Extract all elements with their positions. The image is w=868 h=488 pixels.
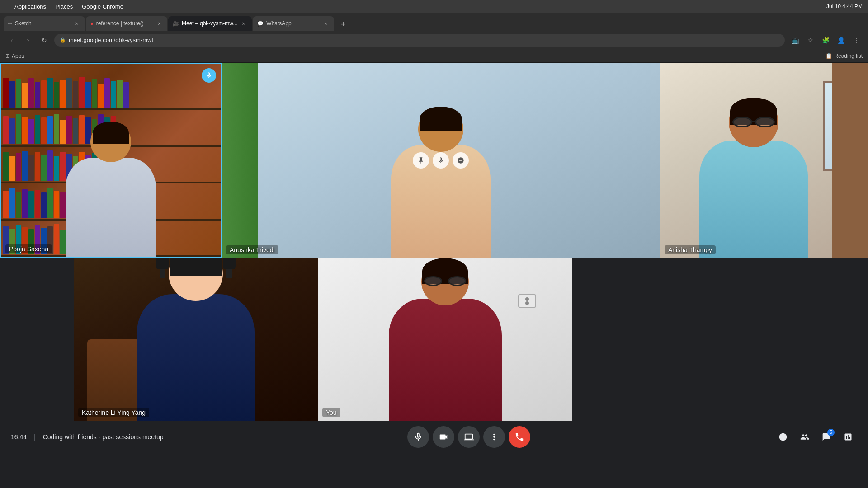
video-bg-anushka (222, 63, 660, 258)
present-button[interactable] (458, 426, 480, 448)
tab-whatsapp-title: WhatsApp (266, 20, 320, 27)
video-cell-you: You (318, 258, 572, 421)
tab-whatsapp-close[interactable]: ✕ (322, 20, 330, 27)
pooja-body (66, 158, 156, 257)
video-cell-pooja: Pooja Saxena (0, 63, 222, 258)
participant-label-anisha: Anisha Thampy (665, 245, 716, 254)
tab-meet[interactable]: 🎥 Meet – qbk-vysm-mw... ✕ (168, 16, 252, 31)
anushka-head (418, 107, 463, 152)
video-grid-bottom: Katherine Li Ying Yang (0, 258, 868, 421)
activities-button[interactable] (839, 428, 857, 446)
reload-button[interactable]: ↻ (38, 34, 51, 47)
address-bar[interactable]: 🔒 meet.google.com/qbk-vysm-mwt (54, 34, 785, 47)
forward-button[interactable]: › (22, 34, 34, 47)
katherine-headphone-left (156, 258, 169, 269)
tab-reference-title: reference | texture() (96, 20, 153, 27)
reference-favicon: ● (90, 21, 94, 26)
bottom-bar-info: 16:44 | Coding with friends - past sessi… (11, 433, 164, 441)
meet-container: Pooja Saxena (0, 63, 868, 452)
tab-sketch-close[interactable]: ✕ (73, 20, 80, 27)
mic-button-anushka[interactable] (433, 152, 449, 169)
mac-menu-right: Jul 10 4:44 PM (826, 3, 863, 9)
speaking-indicator-pooja (202, 68, 216, 83)
menu-chrome[interactable]: Google Chrome (82, 3, 123, 10)
bookmark-star-icon[interactable]: ☆ (804, 34, 816, 47)
microphone-button[interactable] (407, 426, 429, 448)
tab-sketch-title: Sketch (15, 20, 71, 27)
tab-reference[interactable]: ● reference | texture() ✕ (86, 16, 167, 31)
green-object (222, 63, 258, 258)
glasses-bridge (752, 121, 755, 122)
reading-list-label: Reading list (834, 53, 863, 59)
reading-list-button[interactable]: 📋 Reading list (826, 53, 863, 59)
new-tab-button[interactable]: + (337, 18, 349, 31)
participant-label-katherine: Katherine Li Ying Yang (78, 408, 149, 417)
tab-meet-title: Meet – qbk-vysm-mw... (182, 20, 237, 27)
cast-icon[interactable]: 📺 (788, 34, 801, 47)
video-bg-anisha (660, 63, 868, 258)
info-separator: | (34, 433, 36, 441)
remove-button-anushka[interactable] (453, 152, 469, 169)
pooja-head (90, 122, 131, 162)
shelf-1 (1, 73, 221, 110)
more-options-button[interactable] (483, 426, 505, 448)
participant-label-anushka: Anushka Trivedi (226, 245, 278, 254)
lock-icon: 🔒 (60, 37, 66, 43)
people-button[interactable] (796, 428, 814, 446)
tab-whatsapp[interactable]: 💬 WhatsApp ✕ (253, 16, 334, 31)
pooja-person (66, 122, 156, 257)
you-head (421, 258, 469, 305)
bottom-right-spacer (572, 258, 868, 421)
camera-button[interactable] (433, 426, 454, 448)
anisha-person (699, 98, 808, 258)
katherine-person (137, 258, 255, 421)
menu-applications[interactable]: Applications (14, 3, 46, 10)
video-grid-top: Pooja Saxena (0, 63, 868, 258)
video-cell-anushka: Anushka Trivedi (222, 63, 660, 258)
apps-grid-icon: ⊞ (5, 53, 10, 59)
tab-sketch[interactable]: ✏ Sketch ✕ (4, 16, 85, 31)
sketch-favicon: ✏ (8, 21, 12, 27)
url-text: meet.google.com/qbk-vysm-mwt (69, 37, 153, 43)
chrome-menu-icon[interactable]: ⋮ (850, 34, 863, 47)
participant-label-you: You (322, 408, 340, 417)
macos-menubar: Applications Places Google Chrome Jul 10… (0, 0, 868, 13)
anushka-hair (420, 107, 462, 131)
tab-bar: ✏ Sketch ✕ ● reference | texture() ✕ 🎥 M… (0, 13, 868, 31)
chat-button[interactable]: 5 (817, 428, 835, 446)
video-bg-you (318, 258, 572, 421)
nav-right-icons: 📺 ☆ 🧩 👤 ⋮ (788, 34, 863, 47)
glasses-right (755, 117, 775, 127)
video-cell-anisha: Anisha Thampy (660, 63, 868, 258)
menu-places[interactable]: Places (55, 3, 73, 10)
meet-bottom-bar: 16:44 | Coding with friends - past sessi… (0, 421, 868, 452)
apps-label: Apps (12, 53, 24, 59)
bottom-left-spacer (0, 258, 74, 421)
back-button[interactable]: ‹ (5, 34, 18, 47)
mac-menu-left: Applications Places Google Chrome (5, 3, 123, 10)
apps-bookmark[interactable]: ⊞ Apps (5, 53, 24, 59)
whatsapp-favicon: 💬 (257, 21, 264, 27)
you-person (389, 258, 502, 421)
you-glasses-left (424, 276, 442, 286)
meet-favicon: 🎥 (173, 21, 179, 27)
socket (518, 294, 536, 308)
end-call-button[interactable] (509, 426, 530, 448)
extensions-icon[interactable]: 🧩 (819, 34, 832, 47)
meeting-time: 16:44 (11, 433, 27, 441)
tab-meet-close[interactable]: ✕ (240, 20, 247, 27)
glasses-left (732, 117, 752, 127)
video-bg-pooja (1, 64, 221, 257)
anushka-person (391, 107, 491, 258)
system-time: Jul 10 4:44 PM (826, 3, 863, 9)
chat-badge: 5 (827, 429, 835, 436)
video-bg-katherine (74, 258, 318, 421)
profile-icon[interactable]: 👤 (835, 34, 847, 47)
participant-label-pooja: Pooja Saxena (5, 244, 52, 253)
pin-button-anushka[interactable] (413, 152, 429, 169)
browser-chrome: ✏ Sketch ✕ ● reference | texture() ✕ 🎥 M… (0, 13, 868, 63)
katherine-body (137, 294, 255, 421)
meeting-info-button[interactable] (774, 428, 792, 446)
tab-reference-close[interactable]: ✕ (156, 20, 163, 27)
you-body (389, 299, 502, 421)
